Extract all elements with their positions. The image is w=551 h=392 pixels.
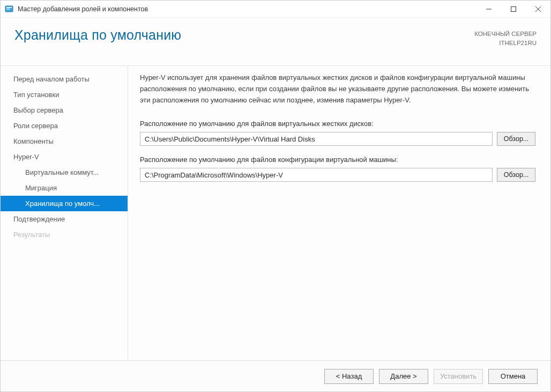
wizard-step[interactable]: Роли сервера: [1, 118, 128, 134]
intro-text: Hyper-V использует для хранения файлов в…: [140, 72, 535, 106]
vhd-path-label: Расположение по умолчанию для файлов вир…: [140, 120, 535, 128]
config-path-label: Расположение по умолчанию для файлов кон…: [140, 156, 535, 164]
body: Перед началом работыТип установкиВыбор с…: [1, 66, 550, 360]
titlebar: Мастер добавления ролей и компонентов: [1, 1, 550, 18]
wizard-step[interactable]: Миграция: [1, 180, 128, 196]
maximize-button[interactable]: [501, 1, 526, 17]
page-title: Хранилища по умолчанию: [14, 27, 474, 43]
vhd-browse-button[interactable]: Обзор...: [497, 132, 535, 146]
back-button[interactable]: < Назад: [324, 369, 374, 384]
server-meta: КОНЕЧНЫЙ СЕРВЕР ITHELP21RU: [474, 27, 537, 48]
wizard-step[interactable]: Тип установки: [1, 87, 128, 102]
server-name: ITHELP21RU: [474, 39, 537, 48]
wizard-step[interactable]: Подтверждение: [1, 211, 128, 227]
wizard-step[interactable]: Перед началом работы: [1, 71, 128, 87]
window-controls: [476, 1, 550, 17]
vhd-path-row: Обзор...: [140, 132, 535, 146]
header: Хранилища по умолчанию КОНЕЧНЫЙ СЕРВЕР I…: [1, 18, 550, 66]
wizard-step[interactable]: Выбор сервера: [1, 102, 128, 118]
window-title: Мастер добавления ролей и компонентов: [18, 5, 476, 13]
wizard-step[interactable]: Хранилища по умолч...: [1, 196, 128, 211]
close-button[interactable]: [526, 1, 550, 17]
wizard-step[interactable]: Компоненты: [1, 134, 128, 149]
wizard-window: Мастер добавления ролей и компонентов Хр…: [0, 0, 551, 392]
minimize-button[interactable]: [476, 1, 501, 17]
install-button[interactable]: Установить: [434, 369, 483, 384]
config-path-input[interactable]: [140, 168, 493, 182]
cancel-button[interactable]: Отмена: [488, 369, 538, 384]
svg-rect-2: [6, 9, 10, 10]
wizard-steps: Перед началом работыТип установкиВыбор с…: [1, 66, 128, 360]
svg-rect-1: [6, 7, 12, 8]
wizard-step[interactable]: Hyper-V: [1, 149, 128, 165]
wizard-step[interactable]: Виртуальные коммут...: [1, 165, 128, 180]
svg-rect-4: [511, 6, 516, 11]
server-caption: КОНЕЧНЫЙ СЕРВЕР: [474, 29, 537, 39]
app-icon: [5, 5, 13, 13]
vhd-path-input[interactable]: [140, 132, 493, 146]
wizard-step: Результаты: [1, 227, 128, 242]
config-path-row: Обзор...: [140, 168, 535, 182]
next-button[interactable]: Далее >: [379, 369, 428, 384]
config-browse-button[interactable]: Обзор...: [497, 168, 535, 182]
footer: < Назад Далее > Установить Отмена: [1, 360, 550, 391]
content-pane: Hyper-V использует для хранения файлов в…: [128, 66, 550, 360]
